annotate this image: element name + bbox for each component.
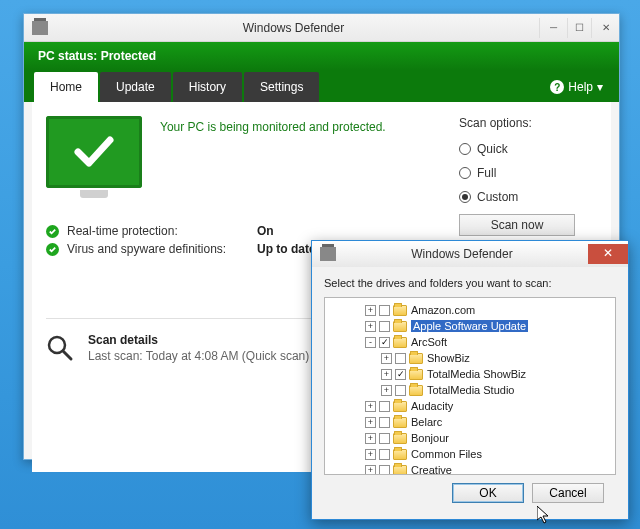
tree-item[interactable]: +TotalMedia Studio (325, 382, 615, 398)
tab-update[interactable]: Update (100, 72, 171, 102)
dialog-instruction: Select the drives and folders you want t… (324, 277, 616, 289)
help-link[interactable]: ? Help ▾ (550, 80, 609, 94)
castle-icon (32, 21, 48, 35)
expand-icon[interactable]: + (365, 449, 376, 460)
tree-item-label: ShowBiz (427, 352, 470, 364)
tree-item[interactable]: +TotalMedia ShowBiz (325, 366, 615, 382)
expand-icon[interactable]: + (381, 353, 392, 364)
checkbox[interactable] (379, 401, 390, 412)
checkbox[interactable] (379, 417, 390, 428)
folder-icon (393, 305, 407, 316)
expand-icon[interactable]: + (381, 385, 392, 396)
checkbox[interactable] (379, 433, 390, 444)
tab-home[interactable]: Home (34, 72, 98, 102)
radio-icon (459, 191, 471, 203)
protected-monitor-icon (46, 116, 142, 188)
main-window-title: Windows Defender (48, 21, 539, 35)
expand-icon[interactable]: + (365, 305, 376, 316)
castle-icon (320, 247, 336, 261)
folder-icon (409, 385, 423, 396)
tree-item-label: Creative (411, 464, 452, 475)
help-icon: ? (550, 80, 564, 94)
checkbox[interactable] (395, 385, 406, 396)
folder-tree[interactable]: +Amazon.com+Apple Software Update-ArcSof… (324, 297, 616, 475)
dialog-close-button[interactable]: ✕ (588, 244, 628, 264)
expand-icon[interactable]: + (381, 369, 392, 380)
folder-icon (393, 417, 407, 428)
expand-icon[interactable]: + (365, 433, 376, 444)
checkbox[interactable] (379, 321, 390, 332)
help-label: Help (568, 80, 593, 94)
tree-item-label: ArcSoft (411, 336, 447, 348)
radio-icon (459, 167, 471, 179)
scan-details-title: Scan details (88, 333, 309, 347)
main-titlebar[interactable]: Windows Defender ─ ☐ ✕ (24, 14, 619, 42)
collapse-icon[interactable]: - (365, 337, 376, 348)
scan-now-button[interactable]: Scan now (459, 214, 575, 236)
tree-item[interactable]: -ArcSoft (325, 334, 615, 350)
scan-options-title: Scan options: (459, 116, 589, 130)
expand-icon[interactable]: + (365, 465, 376, 476)
tree-item-label: Belarc (411, 416, 442, 428)
checkbox[interactable] (379, 465, 390, 476)
folder-icon (393, 321, 407, 332)
folder-icon (393, 401, 407, 412)
check-icon (46, 225, 59, 238)
tree-item-label: Amazon.com (411, 304, 475, 316)
tree-item-label: TotalMedia Studio (427, 384, 514, 396)
radio-full[interactable]: Full (459, 166, 589, 180)
tree-item-label: Audacity (411, 400, 453, 412)
radio-icon (459, 143, 471, 155)
tab-settings[interactable]: Settings (244, 72, 319, 102)
monitored-text: Your PC is being monitored and protected… (160, 116, 386, 188)
folder-icon (393, 337, 407, 348)
folder-icon (393, 465, 407, 476)
close-button[interactable]: ✕ (591, 18, 619, 38)
checkmark-icon (72, 130, 116, 174)
tree-item-label: TotalMedia ShowBiz (427, 368, 526, 380)
magnifier-icon (46, 334, 74, 362)
radio-quick[interactable]: Quick (459, 142, 589, 156)
expand-icon[interactable]: + (365, 321, 376, 332)
ok-button[interactable]: OK (452, 483, 524, 503)
tree-item[interactable]: +Audacity (325, 398, 615, 414)
tree-item-label: Apple Software Update (411, 320, 528, 332)
dialog-title: Windows Defender (336, 247, 588, 261)
minimize-button[interactable]: ─ (539, 18, 567, 38)
chevron-down-icon: ▾ (597, 80, 603, 94)
tree-item[interactable]: +Belarc (325, 414, 615, 430)
tree-item[interactable]: +ShowBiz (325, 350, 615, 366)
expand-icon[interactable]: + (365, 417, 376, 428)
pc-status-bar: PC status: Protected (24, 42, 619, 70)
check-icon (46, 243, 59, 256)
folder-icon (393, 449, 407, 460)
expand-icon[interactable]: + (365, 401, 376, 412)
folder-select-dialog: Windows Defender ✕ Select the drives and… (311, 240, 629, 520)
maximize-button[interactable]: ☐ (567, 18, 591, 38)
tab-row: Home Update History Settings ? Help ▾ (24, 70, 619, 102)
tree-item[interactable]: +Bonjour (325, 430, 615, 446)
cancel-button[interactable]: Cancel (532, 483, 604, 503)
checkbox[interactable] (395, 369, 406, 380)
tree-item-label: Bonjour (411, 432, 449, 444)
scan-options-panel: Scan options: Quick Full Custom Scan now (459, 116, 589, 236)
radio-custom[interactable]: Custom (459, 190, 589, 204)
folder-icon (409, 369, 423, 380)
checkbox[interactable] (379, 305, 390, 316)
folder-icon (393, 433, 407, 444)
checkbox[interactable] (379, 449, 390, 460)
checkbox[interactable] (395, 353, 406, 364)
tree-item[interactable]: +Amazon.com (325, 302, 615, 318)
folder-icon (409, 353, 423, 364)
svg-line-1 (63, 351, 71, 359)
tab-history[interactable]: History (173, 72, 242, 102)
tree-item-label: Common Files (411, 448, 482, 460)
dialog-titlebar[interactable]: Windows Defender ✕ (312, 241, 628, 267)
tree-item[interactable]: +Common Files (325, 446, 615, 462)
tree-item[interactable]: +Creative (325, 462, 615, 475)
scan-details-subtitle: Last scan: Today at 4:08 AM (Quick scan) (88, 349, 309, 363)
tree-item[interactable]: +Apple Software Update (325, 318, 615, 334)
checkbox[interactable] (379, 337, 390, 348)
